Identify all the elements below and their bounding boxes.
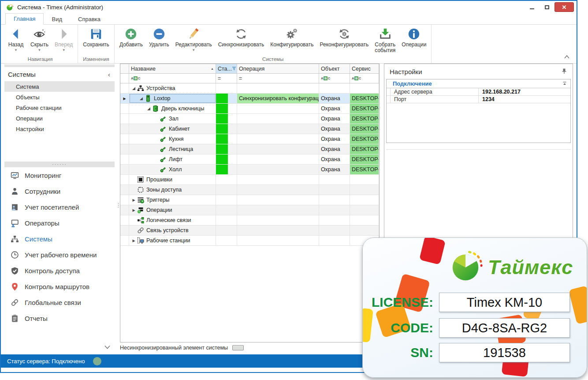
table-row-Loxtop[interactable]: ▶◢LoxtopСинхронизировать конфигурациюОхр… xyxy=(120,94,379,104)
module-item-global-links[interactable]: Глобальные связи xyxy=(4,294,115,310)
table-row-Рабочие станции[interactable]: ▶Рабочие станции xyxy=(120,236,379,246)
table-row-Логические связи[interactable]: Логические связи xyxy=(120,215,379,226)
module-item-access-control[interactable]: Контроль доступа xyxy=(4,263,115,278)
table-row-Триггеры[interactable]: ▶Триггеры xyxy=(120,195,379,205)
table-row-Лестница[interactable]: ЛестницаОхранаDESKTOP-... xyxy=(120,144,379,154)
tree-cell-Прошивки[interactable]: Прошивки xyxy=(129,175,216,184)
tree-cell-Дверь ключницы[interactable]: ◢Дверь ключницы xyxy=(129,104,216,113)
module-item-route-control[interactable]: Контроль маршрутов xyxy=(4,278,115,294)
table-row-Лифт[interactable]: ЛифтОхранаDESKTOP-... xyxy=(120,154,379,165)
filter-cell-service[interactable]: ABC xyxy=(350,74,379,83)
row-indicator-cell xyxy=(120,104,129,113)
filter-cell-object[interactable]: ABC xyxy=(319,74,350,83)
tree-cell-Кабинет[interactable]: Кабинет xyxy=(129,124,216,134)
module-item-employees[interactable]: Сотрудники xyxy=(4,183,115,199)
tree-cell-Кухня[interactable]: Кухня xyxy=(129,134,216,144)
row-indicator-cell xyxy=(120,195,129,205)
module-item-operators[interactable]: Операторы xyxy=(4,215,115,231)
tree-cell-Loxtop[interactable]: ◢Loxtop xyxy=(129,94,216,103)
table-row-Кухня[interactable]: КухняОхранаDESKTOP-... xyxy=(120,134,379,144)
table-row-Прошивки[interactable]: Прошивки xyxy=(120,175,379,185)
settings-divider xyxy=(386,149,571,150)
column-header-service[interactable]: Сервис xyxy=(350,64,379,73)
ribbon-button-add[interactable]: Добавить xyxy=(116,26,146,48)
sidebar-collapse-button[interactable]: ‹ xyxy=(108,71,110,78)
sidebar-item-Система[interactable]: Система xyxy=(4,81,115,92)
minimize-button[interactable] xyxy=(525,3,540,11)
filter-cell-operation[interactable]: = xyxy=(237,74,319,83)
expand-node-icon[interactable]: ▶ xyxy=(131,208,137,212)
tree-cell-Операции[interactable]: ▶Операции xyxy=(129,205,216,215)
column-header-operation[interactable]: Операция xyxy=(237,64,319,73)
pin-icon[interactable] xyxy=(561,68,567,75)
tree-cell-Лестница[interactable]: Лестница xyxy=(129,144,216,154)
close-button[interactable]: ✕ xyxy=(555,2,574,12)
add-icon xyxy=(124,27,138,41)
visitors-icon xyxy=(11,203,19,211)
ribbon-button-collect-events[interactable]: Собрать события xyxy=(372,26,398,53)
sidebar-item-Рабочие станции[interactable]: Рабочие станции xyxy=(4,102,115,113)
ribbon-button-back[interactable]: Назад▼ xyxy=(4,26,27,52)
collapse-node-icon[interactable]: ◢ xyxy=(146,106,152,111)
tree-cell-Зал[interactable]: Зал xyxy=(129,114,216,124)
column-header-name[interactable]: Название▲ xyxy=(129,64,216,73)
ribbon-button-delete[interactable]: Удалить xyxy=(146,26,172,48)
modules-collapse-button[interactable] xyxy=(104,343,110,351)
table-row-Связь устройств[interactable]: Связь устройств xyxy=(120,226,379,236)
window-controls: ✕ xyxy=(525,1,577,13)
tab-help[interactable]: Справка xyxy=(70,14,108,25)
license-field-label: LICENSE: xyxy=(363,295,433,310)
filter-cell-name[interactable]: ABC xyxy=(129,74,216,83)
ribbon-button-operations[interactable]: Операции xyxy=(398,26,429,48)
settings-group-row[interactable]: Подключение xyxy=(387,79,570,88)
table-row-Холл[interactable]: ХоллОхранаDESKTOP-... xyxy=(120,165,379,175)
module-item-systems[interactable]: Системы xyxy=(4,231,115,247)
table-row-Кабинет[interactable]: КабинетОхранаDESKTOP-... xyxy=(120,124,379,134)
group-collapse-icon[interactable] xyxy=(562,80,567,87)
ribbon-button-configure[interactable]: Конфигурировать xyxy=(267,26,316,48)
sidebar-splitter[interactable]: ······ xyxy=(4,162,115,167)
ribbon-button-edit[interactable]: Редактировать▼ xyxy=(172,26,215,52)
legend-label: Несинхронизированный элемент системы xyxy=(120,345,228,351)
status-cell xyxy=(216,195,237,205)
filter-cell-status[interactable]: = xyxy=(216,74,237,83)
expand-node-icon[interactable]: ▶ xyxy=(131,198,137,202)
table-row-Устройства[interactable]: ◢Устройства xyxy=(120,83,379,94)
collapse-node-icon[interactable]: ◢ xyxy=(138,96,144,101)
module-item-time-tracking[interactable]: Учет рабочего времени xyxy=(4,247,115,263)
sidebar-item-Объекты[interactable]: Объекты xyxy=(4,92,115,102)
ribbon-button-save[interactable]: Сохранить xyxy=(80,26,112,48)
property-value[interactable]: 1234 xyxy=(479,96,570,103)
filter-cell-indicator[interactable] xyxy=(120,74,129,83)
table-row-Зал[interactable]: ЗалОхранаDESKTOP-... xyxy=(120,114,379,124)
sidebar-item-Настройки[interactable]: Настройки xyxy=(4,124,115,134)
collapse-node-icon[interactable]: ◢ xyxy=(131,86,137,90)
ribbon-collapse-button[interactable] xyxy=(564,53,569,60)
property-value[interactable]: 192.168.20.217 xyxy=(479,88,570,95)
ribbon-button-hide[interactable]: Скрыть▼ xyxy=(27,26,52,52)
tree-cell-Лифт[interactable]: Лифт xyxy=(129,154,216,164)
tab-view[interactable]: Вид xyxy=(44,14,70,25)
ribbon-button-reconfigure[interactable]: Реконфигурировать xyxy=(317,26,372,48)
column-header-object[interactable]: Объект xyxy=(319,64,350,73)
ribbon-button-synchronize[interactable]: Синхронизировать xyxy=(215,26,268,48)
module-item-visitors[interactable]: Учет посетителей xyxy=(4,199,115,215)
maximize-button[interactable] xyxy=(540,3,555,11)
tree-cell-Зоны доступа[interactable]: Зоны доступа xyxy=(129,185,216,195)
table-row-Операции[interactable]: ▶Операции xyxy=(120,205,379,215)
table-row-Зоны доступа[interactable]: Зоны доступа xyxy=(120,185,379,195)
tree-cell-Связь устройств[interactable]: Связь устройств xyxy=(129,226,216,235)
tree-cell-Холл[interactable]: Холл xyxy=(129,165,216,174)
tree-cell-Устройства[interactable]: ◢Устройства xyxy=(129,83,216,93)
table-row-Дверь ключницы[interactable]: ◢Дверь ключницыОхранаDESKTOP-... xyxy=(120,104,379,114)
tab-home[interactable]: Главная xyxy=(5,13,44,25)
tree-cell-Логические связи[interactable]: Логические связи xyxy=(129,215,216,225)
module-item-monitoring[interactable]: Мониторинг xyxy=(4,167,115,183)
sidebar-item-Операции[interactable]: Операции xyxy=(4,113,115,124)
tree-cell-Рабочие станции[interactable]: ▶Рабочие станции xyxy=(129,236,216,245)
column-header-status[interactable]: Ста... xyxy=(216,64,237,73)
expand-node-icon[interactable]: ▶ xyxy=(131,239,137,243)
tree-cell-Триггеры[interactable]: ▶Триггеры xyxy=(129,195,216,205)
service-cell: DESKTOP-... xyxy=(350,124,379,134)
module-item-reports[interactable]: Отчеты xyxy=(4,310,115,326)
